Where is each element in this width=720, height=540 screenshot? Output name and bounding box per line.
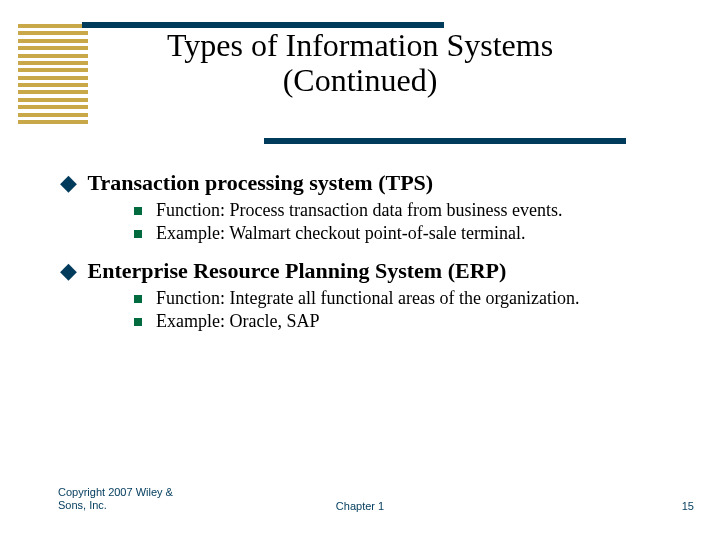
diamond-bullet-icon: ◆ (60, 170, 82, 196)
sub-bullet-text: Function: Process transaction data from … (156, 200, 680, 221)
footer-page-number: 15 (682, 500, 694, 512)
footer-chapter: Chapter 1 (0, 500, 720, 512)
title-line-2: (Continued) (283, 62, 438, 98)
slide-title: Types of Information Systems (Continued) (0, 28, 720, 98)
sub-bullet-group: Function: Integrate all functional areas… (134, 288, 680, 332)
square-bullet-icon (134, 295, 142, 303)
title-line-1: Types of Information Systems (167, 27, 553, 63)
sub-bullet-text: Function: Integrate all functional areas… (156, 288, 680, 309)
sub-bullet-text: Example: Oracle, SAP (156, 311, 680, 332)
title-rule-bottom (264, 138, 626, 144)
sub-bullet-item: Function: Integrate all functional areas… (134, 288, 680, 309)
sub-bullet-item: Example: Oracle, SAP (134, 311, 680, 332)
bullet-heading: Enterprise Resource Planning System (ERP… (88, 258, 507, 283)
sub-bullet-group: Function: Process transaction data from … (134, 200, 680, 244)
sub-bullet-item: Example: Walmart checkout point-of-sale … (134, 223, 680, 244)
sub-bullet-item: Function: Process transaction data from … (134, 200, 680, 221)
square-bullet-icon (134, 230, 142, 238)
bullet-heading: Transaction processing system (TPS) (88, 170, 434, 195)
content-area: ◆ Transaction processing system (TPS) Fu… (60, 170, 680, 346)
square-bullet-icon (134, 318, 142, 326)
diamond-bullet-icon: ◆ (60, 258, 82, 284)
sub-bullet-text: Example: Walmart checkout point-of-sale … (156, 223, 680, 244)
square-bullet-icon (134, 207, 142, 215)
bullet-item: ◆ Transaction processing system (TPS) (60, 170, 680, 196)
bullet-item: ◆ Enterprise Resource Planning System (E… (60, 258, 680, 284)
